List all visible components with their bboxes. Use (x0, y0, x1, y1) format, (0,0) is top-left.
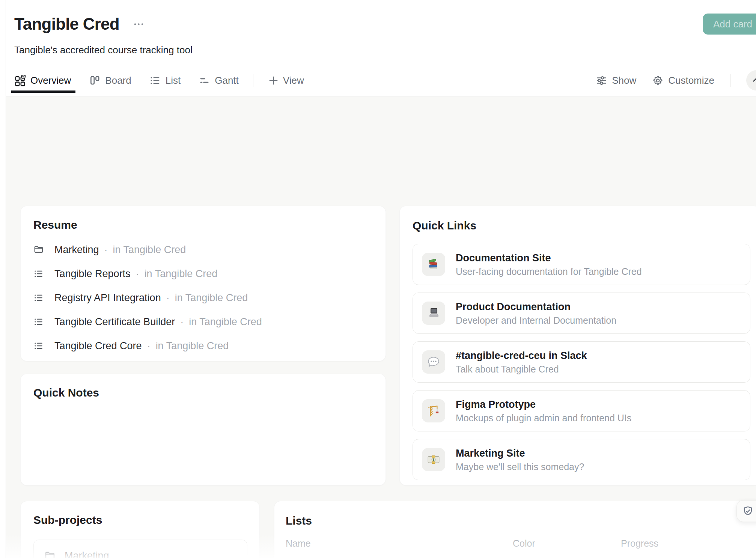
resume-item-marketing[interactable]: Marketing · in Tangible Cred (33, 238, 373, 262)
list-row-tangible-cred-core[interactable]: Tangible Cred Core (286, 553, 756, 558)
lists-table-header: Name Color Progress (286, 534, 756, 553)
resume-item-registry-api-integration[interactable]: Registry API Integration · in Tangible C… (33, 286, 373, 310)
sliders-icon (596, 75, 607, 86)
page-title: Tangible Cred (14, 15, 119, 33)
column-header-name[interactable]: Name (286, 538, 513, 549)
title-menu-button[interactable] (131, 16, 147, 32)
column-header-progress[interactable]: Progress (621, 538, 756, 549)
bullet-list-icon (33, 341, 44, 351)
view-tabs: Overview Board List Gantt (14, 75, 239, 86)
tab-overview[interactable]: Overview (14, 75, 71, 86)
quick-link-tangible-cred-ceu-in-slack[interactable]: #tangible-cred-ceu in Slack Talk about T… (413, 341, 750, 383)
resume-title: Resume (33, 218, 373, 232)
bullet-list-icon (33, 268, 44, 279)
customize-button[interactable]: Customize (652, 75, 714, 86)
board-icon (89, 75, 101, 86)
header-actions: Show Customize (596, 70, 756, 90)
resume-item-tangible-cred-core[interactable]: Tangible Cred Core · in Tangible Cred (33, 334, 373, 358)
sub-projects-title: Sub-projects (33, 513, 247, 527)
privacy-shield-button[interactable] (736, 500, 756, 522)
quick-link-product-documentation[interactable]: Product Documentation Developer and Inte… (413, 293, 750, 334)
project-header: Tangible Cred Add card Tangible's accred… (6, 0, 756, 97)
quick-notes-title: Quick Notes (33, 386, 373, 400)
folder-icon (44, 550, 56, 558)
ellipsis-icon (133, 18, 145, 30)
crane-icon (422, 399, 445, 422)
sub-projects-list: Marketing (33, 540, 247, 558)
overview-icon (14, 75, 26, 86)
gear-icon (652, 75, 664, 86)
project-description: Tangible's accredited course tracking to… (14, 44, 756, 56)
shield-check-icon (742, 505, 754, 517)
sub-projects-card: Sub-projects Marketing (20, 501, 260, 558)
plus-icon (268, 75, 279, 86)
tab-bar: Overview Board List Gantt View Show Cust… (14, 71, 756, 90)
sidebar-edge-divider (6, 0, 6, 558)
svg-text:$: $ (432, 457, 435, 461)
gantt-icon (199, 75, 210, 86)
lists-card: Lists Name Color Progress Tangible Cred … (274, 501, 756, 558)
resume-list: Marketing · in Tangible Cred Tangible Re… (33, 238, 373, 358)
speech-balloon-icon (422, 350, 445, 374)
bullet-list-icon (33, 293, 44, 303)
lists-table-body: Tangible Cred Core Tangible Certificate … (286, 553, 756, 558)
resume-card: Resume Marketing · in Tangible Cred Tang… (20, 206, 386, 361)
quick-link-documentation-site[interactable]: Documentation Site User-facing documenta… (413, 244, 750, 285)
tab-gantt[interactable]: Gantt (199, 75, 239, 86)
quick-link-marketing-site[interactable]: $ Marketing Site Maybe we'll sell this s… (413, 439, 750, 480)
show-button[interactable]: Show (596, 75, 636, 86)
collapse-header-button[interactable] (746, 70, 756, 90)
quick-link-figma-prototype[interactable]: Figma Prototype Mockups of plugin admin … (413, 390, 750, 431)
quick-notes-card[interactable]: Quick Notes (20, 374, 386, 486)
bullet-list-icon (33, 317, 44, 327)
add-card-button[interactable]: Add card (703, 14, 756, 35)
resume-item-tangible-reports[interactable]: Tangible Reports · in Tangible Cred (33, 262, 373, 286)
overview-content: Resume Marketing · in Tangible Cred Tang… (6, 97, 756, 558)
folder-icon (33, 244, 44, 255)
tab-board[interactable]: Board (89, 75, 131, 86)
tab-divider (253, 74, 253, 87)
add-view-button[interactable]: View (268, 75, 304, 86)
books-icon (422, 253, 445, 276)
quick-links-card: Quick Links Documentation Site User-faci… (399, 206, 756, 486)
add-view-label: View (283, 75, 304, 86)
list-icon (149, 75, 161, 86)
column-header-color[interactable]: Color (513, 538, 621, 549)
actions-divider (730, 74, 730, 87)
lists-title: Lists (286, 514, 756, 528)
chevron-up-icon (751, 75, 756, 86)
quick-links-title: Quick Links (413, 219, 750, 232)
quick-links-list: Documentation Site User-facing documenta… (413, 244, 750, 480)
banknote-icon: $ (422, 448, 445, 471)
laptop-icon (422, 302, 445, 325)
tab-list[interactable]: List (149, 75, 181, 86)
sub-project-marketing[interactable]: Marketing (33, 540, 247, 558)
resume-item-tangible-certificate-builder[interactable]: Tangible Certificate Builder · in Tangib… (33, 310, 373, 334)
